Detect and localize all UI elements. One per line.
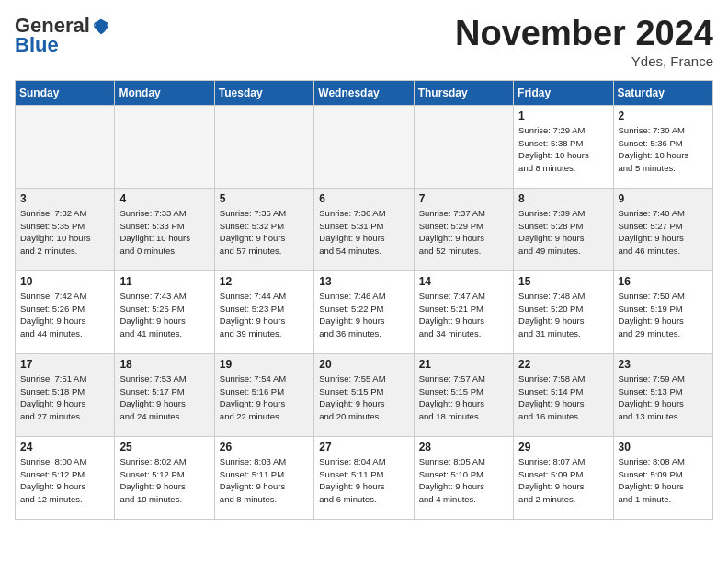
weekday-header-monday: Monday (115, 80, 214, 105)
weekday-header-wednesday: Wednesday (314, 80, 414, 105)
day-number: 19 (220, 358, 310, 371)
month-heading: November 2024 (455, 15, 713, 53)
day-info: Sunrise: 7:58 AM Sunset: 5:14 PM Dayligh… (518, 373, 609, 423)
calendar-day: 14Sunrise: 7:47 AM Sunset: 5:21 PM Dayli… (414, 270, 513, 353)
weekday-header-thursday: Thursday (414, 80, 513, 105)
calendar-week-5: 24Sunrise: 8:00 AM Sunset: 5:12 PM Dayli… (16, 436, 713, 519)
day-info: Sunrise: 7:46 AM Sunset: 5:22 PM Dayligh… (319, 290, 409, 340)
day-number: 21 (419, 358, 509, 371)
location-label: Ydes, France (455, 53, 713, 69)
calendar-day: 30Sunrise: 8:08 AM Sunset: 5:09 PM Dayli… (613, 436, 712, 519)
day-number: 17 (20, 358, 110, 371)
day-info: Sunrise: 7:42 AM Sunset: 5:26 PM Dayligh… (20, 290, 110, 340)
calendar-day: 27Sunrise: 8:04 AM Sunset: 5:11 PM Dayli… (314, 436, 414, 519)
calendar-day: 15Sunrise: 7:48 AM Sunset: 5:20 PM Dayli… (514, 270, 613, 353)
calendar-day: 29Sunrise: 8:07 AM Sunset: 5:09 PM Dayli… (514, 436, 613, 519)
day-info: Sunrise: 7:53 AM Sunset: 5:17 PM Dayligh… (119, 373, 210, 423)
calendar-day: 7Sunrise: 7:37 AM Sunset: 5:29 PM Daylig… (414, 188, 513, 270)
day-number: 27 (319, 441, 409, 454)
day-info: Sunrise: 7:50 AM Sunset: 5:19 PM Dayligh… (619, 290, 709, 340)
day-info: Sunrise: 7:32 AM Sunset: 5:35 PM Dayligh… (20, 207, 110, 258)
calendar-day: 11Sunrise: 7:43 AM Sunset: 5:25 PM Dayli… (115, 270, 214, 353)
calendar-day (115, 105, 214, 188)
day-number: 13 (319, 275, 409, 288)
day-info: Sunrise: 8:00 AM Sunset: 5:12 PM Dayligh… (20, 455, 110, 506)
day-info: Sunrise: 7:59 AM Sunset: 5:13 PM Dayligh… (619, 373, 709, 423)
calendar-week-3: 10Sunrise: 7:42 AM Sunset: 5:26 PM Dayli… (16, 270, 713, 353)
month-title: November 2024 Ydes, France (455, 15, 713, 69)
calendar-day (414, 105, 513, 188)
calendar-day: 26Sunrise: 8:03 AM Sunset: 5:11 PM Dayli… (214, 436, 313, 519)
day-info: Sunrise: 8:02 AM Sunset: 5:12 PM Dayligh… (119, 455, 210, 506)
day-number: 29 (518, 441, 609, 454)
calendar-day: 21Sunrise: 7:57 AM Sunset: 5:15 PM Dayli… (414, 353, 513, 436)
day-info: Sunrise: 7:33 AM Sunset: 5:33 PM Dayligh… (119, 207, 210, 258)
weekday-header-row: SundayMondayTuesdayWednesdayThursdayFrid… (16, 80, 713, 105)
day-number: 9 (619, 192, 709, 205)
weekday-header-friday: Friday (514, 80, 613, 105)
day-info: Sunrise: 7:48 AM Sunset: 5:20 PM Dayligh… (518, 290, 609, 340)
header: General Blue November 2024 Ydes, France (15, 15, 713, 69)
day-number: 30 (619, 441, 709, 454)
day-info: Sunrise: 8:08 AM Sunset: 5:09 PM Dayligh… (619, 455, 709, 506)
calendar-day: 20Sunrise: 7:55 AM Sunset: 5:15 PM Dayli… (314, 353, 414, 436)
day-number: 3 (20, 192, 110, 205)
calendar-day: 10Sunrise: 7:42 AM Sunset: 5:26 PM Dayli… (16, 270, 115, 353)
day-info: Sunrise: 7:37 AM Sunset: 5:29 PM Dayligh… (419, 207, 509, 258)
day-info: Sunrise: 7:30 AM Sunset: 5:36 PM Dayligh… (619, 124, 709, 175)
logo: General Blue (15, 15, 110, 57)
calendar-day (314, 105, 414, 188)
day-info: Sunrise: 7:44 AM Sunset: 5:23 PM Dayligh… (220, 290, 310, 340)
day-number: 18 (119, 358, 210, 371)
calendar-day: 28Sunrise: 8:05 AM Sunset: 5:10 PM Dayli… (414, 436, 513, 519)
calendar-day: 25Sunrise: 8:02 AM Sunset: 5:12 PM Dayli… (115, 436, 214, 519)
calendar-day: 13Sunrise: 7:46 AM Sunset: 5:22 PM Dayli… (314, 270, 414, 353)
day-info: Sunrise: 8:03 AM Sunset: 5:11 PM Dayligh… (220, 455, 310, 506)
day-info: Sunrise: 7:40 AM Sunset: 5:27 PM Dayligh… (619, 207, 709, 258)
day-info: Sunrise: 8:05 AM Sunset: 5:10 PM Dayligh… (419, 455, 509, 506)
calendar-day: 4Sunrise: 7:33 AM Sunset: 5:33 PM Daylig… (115, 188, 214, 270)
calendar-day: 16Sunrise: 7:50 AM Sunset: 5:19 PM Dayli… (613, 270, 712, 353)
day-number: 25 (119, 441, 210, 454)
day-info: Sunrise: 7:55 AM Sunset: 5:15 PM Dayligh… (319, 373, 409, 423)
day-info: Sunrise: 7:54 AM Sunset: 5:16 PM Dayligh… (220, 373, 310, 423)
calendar-day: 9Sunrise: 7:40 AM Sunset: 5:27 PM Daylig… (613, 188, 712, 270)
calendar-table: SundayMondayTuesdayWednesdayThursdayFrid… (15, 80, 713, 520)
day-number: 12 (220, 275, 310, 288)
day-number: 11 (119, 275, 210, 288)
calendar-day: 23Sunrise: 7:59 AM Sunset: 5:13 PM Dayli… (613, 353, 712, 436)
day-number: 1 (518, 109, 609, 122)
day-info: Sunrise: 7:57 AM Sunset: 5:15 PM Dayligh… (419, 373, 509, 423)
day-number: 4 (119, 192, 210, 205)
day-number: 24 (20, 441, 110, 454)
weekday-header-sunday: Sunday (16, 80, 115, 105)
day-info: Sunrise: 7:47 AM Sunset: 5:21 PM Dayligh… (419, 290, 509, 340)
calendar-week-2: 3Sunrise: 7:32 AM Sunset: 5:35 PM Daylig… (16, 188, 713, 270)
day-number: 16 (619, 275, 709, 288)
day-info: Sunrise: 8:07 AM Sunset: 5:09 PM Dayligh… (518, 455, 609, 506)
day-number: 15 (518, 275, 609, 288)
calendar-day: 2Sunrise: 7:30 AM Sunset: 5:36 PM Daylig… (613, 105, 712, 188)
calendar-day: 5Sunrise: 7:35 AM Sunset: 5:32 PM Daylig… (214, 188, 313, 270)
calendar-week-1: 1Sunrise: 7:29 AM Sunset: 5:38 PM Daylig… (16, 105, 713, 188)
day-info: Sunrise: 7:36 AM Sunset: 5:31 PM Dayligh… (319, 207, 409, 258)
calendar-day: 24Sunrise: 8:00 AM Sunset: 5:12 PM Dayli… (16, 436, 115, 519)
calendar-day (16, 105, 115, 188)
day-number: 22 (518, 358, 609, 371)
day-number: 2 (619, 109, 709, 122)
calendar-day: 17Sunrise: 7:51 AM Sunset: 5:18 PM Dayli… (16, 353, 115, 436)
day-info: Sunrise: 7:51 AM Sunset: 5:18 PM Dayligh… (20, 373, 110, 423)
calendar-day: 3Sunrise: 7:32 AM Sunset: 5:35 PM Daylig… (16, 188, 115, 270)
day-info: Sunrise: 8:04 AM Sunset: 5:11 PM Dayligh… (319, 455, 409, 506)
day-number: 7 (419, 192, 509, 205)
calendar-day: 22Sunrise: 7:58 AM Sunset: 5:14 PM Dayli… (514, 353, 613, 436)
calendar-day: 1Sunrise: 7:29 AM Sunset: 5:38 PM Daylig… (514, 105, 613, 188)
day-number: 10 (20, 275, 110, 288)
day-number: 20 (319, 358, 409, 371)
day-number: 6 (319, 192, 409, 205)
calendar-day: 18Sunrise: 7:53 AM Sunset: 5:17 PM Dayli… (115, 353, 214, 436)
calendar-week-4: 17Sunrise: 7:51 AM Sunset: 5:18 PM Dayli… (16, 353, 713, 436)
day-number: 28 (419, 441, 509, 454)
day-number: 14 (419, 275, 509, 288)
calendar-day (214, 105, 313, 188)
